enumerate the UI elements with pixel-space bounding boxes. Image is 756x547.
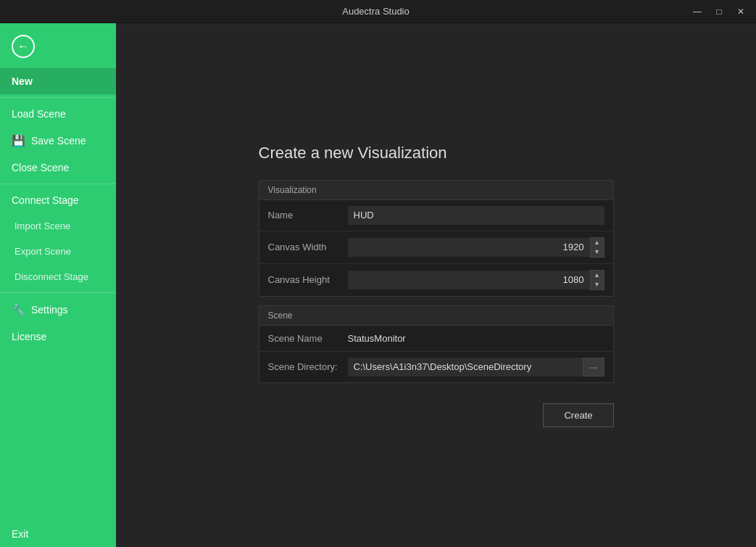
canvas-width-up-button[interactable]: ▲ <box>591 238 604 247</box>
sidebar-item-save-scene[interactable]: 💾 Save Scene <box>0 127 116 155</box>
sidebar-item-close-scene[interactable]: Close Scene <box>0 155 116 181</box>
sidebar-divider-3 <box>0 292 116 293</box>
back-icon: ← <box>12 35 35 58</box>
close-button[interactable]: ✕ <box>731 4 750 19</box>
canvas-width-label: Canvas Width <box>268 242 348 252</box>
canvas-width-input[interactable] <box>348 238 590 257</box>
scene-section: Scene Scene Name StatusMonitor Scene Dir… <box>259 305 614 383</box>
sidebar-divider-2 <box>0 184 116 184</box>
canvas-height-spinner-btns: ▲ ▼ <box>590 270 605 290</box>
canvas-height-up-button[interactable]: ▲ <box>591 271 604 280</box>
canvas-width-spinner-btns: ▲ ▼ <box>590 237 605 258</box>
sidebar-item-import-scene[interactable]: Import Scene <box>0 213 116 239</box>
sidebar-item-import-scene-label: Import Scene <box>14 221 70 231</box>
page-title: Create a new Visualization <box>259 144 614 163</box>
scene-directory-label: Scene Directory: <box>268 361 348 372</box>
settings-icon: 🔧 <box>12 303 25 316</box>
name-label: Name <box>268 210 348 221</box>
canvas-height-down-button[interactable]: ▼ <box>591 280 604 289</box>
visualization-section-header: Visualization <box>259 181 613 200</box>
sidebar-item-license-label: License <box>12 331 46 342</box>
scene-name-label: Scene Name <box>268 333 348 344</box>
sidebar-item-export-scene-label: Export Scene <box>14 246 71 257</box>
canvas-height-label: Canvas Height <box>268 274 348 285</box>
sidebar-item-exit[interactable]: Exit <box>0 521 116 547</box>
sidebar-item-new-label: New <box>12 75 33 87</box>
name-row: Name <box>259 200 613 231</box>
canvas-width-row: Canvas Width ▲ ▼ <box>259 231 613 264</box>
sidebar-spacer <box>0 350 116 521</box>
sidebar-item-disconnect-stage[interactable]: Disconnect Stage <box>0 264 116 289</box>
sidebar-item-settings[interactable]: 🔧 Settings <box>0 296 116 324</box>
minimize-button[interactable]: — <box>688 4 707 19</box>
maximize-button[interactable]: □ <box>710 4 728 19</box>
scene-name-row: Scene Name StatusMonitor <box>259 326 613 352</box>
sidebar-item-save-scene-label: Save Scene <box>31 135 86 147</box>
sidebar-item-load-scene-label: Load Scene <box>12 108 66 120</box>
sidebar-item-load-scene[interactable]: Load Scene <box>0 101 116 127</box>
sidebar-item-new[interactable]: New <box>0 68 116 94</box>
canvas-height-spinner: ▲ ▼ <box>348 270 605 290</box>
window-controls: — □ ✕ <box>688 4 750 19</box>
create-button[interactable]: Create <box>543 403 613 427</box>
sidebar-item-exit-label: Exit <box>12 528 28 540</box>
sidebar-item-connect-stage[interactable]: Connect Stage <box>0 187 116 213</box>
sidebar-item-export-scene[interactable]: Export Scene <box>0 239 116 264</box>
back-button[interactable]: ← <box>7 30 39 62</box>
scene-directory-input[interactable] <box>348 358 583 377</box>
sidebar: ← New Load Scene 💾 Save Scene Close Scen… <box>0 23 116 547</box>
sidebar-item-connect-stage-label: Connect Stage <box>12 194 79 206</box>
sidebar-item-settings-label: Settings <box>31 304 68 316</box>
canvas-width-down-button[interactable]: ▼ <box>591 247 604 257</box>
form-container: Create a new Visualization Visualization… <box>259 144 614 427</box>
scene-name-value: StatusMonitor <box>348 333 406 344</box>
sidebar-item-license[interactable]: License <box>0 324 116 350</box>
sidebar-divider-1 <box>0 97 116 98</box>
browse-button[interactable]: ··· <box>583 358 605 377</box>
scene-directory-field: ··· <box>348 358 605 377</box>
visualization-section: Visualization Name Canvas Width ▲ ▼ <box>259 180 614 297</box>
form-actions: Create <box>259 392 614 427</box>
sidebar-item-close-scene-label: Close Scene <box>12 162 69 173</box>
canvas-height-input[interactable] <box>348 271 590 289</box>
canvas-width-spinner: ▲ ▼ <box>348 237 605 258</box>
app-title: Audectra Studio <box>64 6 688 17</box>
scene-directory-row: Scene Directory: ··· <box>259 352 613 382</box>
sidebar-item-disconnect-stage-label: Disconnect Stage <box>14 271 88 282</box>
name-input[interactable] <box>348 206 605 225</box>
scene-section-header: Scene <box>259 306 613 326</box>
save-icon: 💾 <box>12 134 25 147</box>
main-container: ← New Load Scene 💾 Save Scene Close Scen… <box>0 23 756 547</box>
titlebar: Audectra Studio — □ ✕ <box>0 0 756 23</box>
canvas-height-row: Canvas Height ▲ ▼ <box>259 264 613 296</box>
content-area: Create a new Visualization Visualization… <box>116 23 756 547</box>
